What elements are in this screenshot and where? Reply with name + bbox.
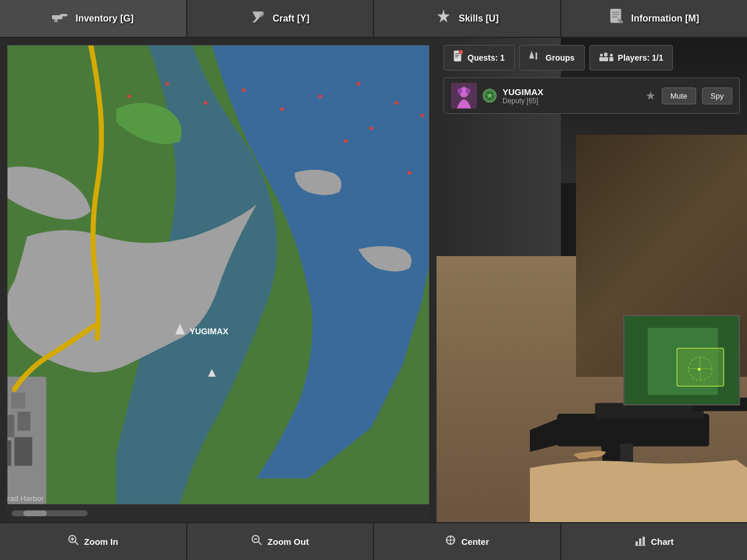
player-info: YUGIMAX Deputy [65] [502,87,640,105]
svg-text:YUGIMAX: YUGIMAX [190,327,229,336]
center-label: Center [461,537,489,547]
svg-rect-42 [455,55,459,56]
svg-rect-11 [8,390,8,409]
svg-rect-41 [455,53,459,54]
toolbar: Inventory [G] Craft [Y] Skills [U] [0,0,747,38]
zoom-in-icon [68,534,79,549]
players-icon [599,51,613,64]
zoom-in-label: Zoom In [84,537,118,547]
svg-rect-13 [8,415,15,437]
center-icon [445,534,456,549]
svg-rect-14 [18,412,30,431]
tab-row: ! Quests: 1 Groups [444,45,740,71]
svg-point-24 [395,101,399,105]
svg-point-25 [369,127,374,131]
zoom-out-label: Zoom Out [267,537,309,547]
svg-point-18 [165,82,169,86]
svg-marker-4 [438,10,449,22]
player-row: YUGIMAX Deputy [65] ★ Mute Spy [444,78,740,114]
svg-rect-52 [610,54,613,57]
player-avatar [451,83,477,108]
main-area: YUGIMAX grad Harbor Vladimir Fa... [0,38,747,522]
svg-point-29 [407,171,411,175]
svg-point-23 [357,82,361,86]
svg-point-21 [280,107,284,111]
groups-label: Groups [546,53,575,62]
craft-label: Craft [Y] [273,13,309,24]
svg-point-17 [127,94,131,99]
groups-tab[interactable]: Groups [519,45,585,71]
svg-rect-65 [677,348,724,386]
svg-rect-81 [639,538,641,545]
svg-rect-2 [54,19,58,22]
quests-tab[interactable]: ! Quests: 1 [444,45,515,71]
minimap [623,315,740,405]
center-button[interactable]: Center [374,523,561,560]
svg-rect-43 [455,57,458,58]
svg-rect-12 [11,393,25,408]
svg-rect-15 [8,440,11,466]
svg-rect-3 [66,15,68,16]
svg-rect-82 [643,537,645,545]
svg-point-56 [458,88,462,94]
zoom-out-button[interactable]: Zoom Out [187,523,375,560]
player-name: YUGIMAX [502,87,640,97]
craft-icon [250,9,266,28]
svg-line-68 [75,542,79,545]
svg-point-19 [204,101,208,105]
svg-rect-80 [636,541,638,545]
groups-icon [529,51,541,64]
skills-label: Skills [U] [459,13,498,24]
information-button[interactable]: Information [M] [561,0,748,37]
svg-point-27 [420,114,424,118]
craft-button[interactable]: Craft [Y] [187,0,375,37]
game-view: ! Quests: 1 Groups [437,38,747,522]
information-icon [609,9,624,29]
players-label: Players: 1/1 [618,53,664,62]
player-rank: Deputy [65] [502,97,640,105]
zoom-out-icon [251,534,263,549]
svg-text:grad Harbor: grad Harbor [8,494,44,503]
svg-line-72 [259,542,262,545]
chart-button[interactable]: Chart [561,523,748,560]
svg-point-26 [344,139,348,143]
map-panel: YUGIMAX grad Harbor Vladimir Fa... [0,38,437,522]
svg-rect-16 [15,437,33,466]
skills-button[interactable]: Skills [U] [374,0,561,37]
quests-icon: ! [453,50,463,65]
svg-point-57 [466,88,470,94]
svg-rect-53 [609,57,613,61]
map-scrollbar[interactable] [12,510,88,516]
gun-icon [52,10,68,27]
information-label: Information [M] [631,13,699,24]
svg-rect-51 [603,57,608,61]
spy-button[interactable]: Spy [702,88,732,104]
players-tab[interactable]: Players: 1/1 [589,45,673,71]
svg-point-20 [242,88,246,92]
map-container[interactable]: YUGIMAX grad Harbor Vladimir Fa... [7,45,430,505]
chart-icon [634,534,646,549]
inventory-label: Inventory [G] [75,13,134,24]
bottom-controls: Zoom In Zoom Out Center [0,522,747,560]
svg-rect-48 [600,54,603,57]
svg-point-79 [449,539,452,541]
right-panel: ! Quests: 1 Groups [437,38,747,121]
inventory-button[interactable]: Inventory [G] [0,0,187,37]
zoom-in-button[interactable]: Zoom In [0,523,187,560]
chart-label: Chart [651,537,673,547]
svg-rect-50 [604,52,608,57]
svg-marker-46 [529,51,534,58]
svg-rect-49 [599,57,603,61]
svg-point-22 [318,94,322,99]
player-star-button[interactable]: ★ [645,89,656,103]
player-badge [483,89,497,103]
skills-icon [435,9,452,29]
mute-button[interactable]: Mute [662,88,696,104]
quests-label: Quests: 1 [467,53,505,62]
map-scrollbar-thumb[interactable] [23,510,47,516]
map-scrollbar-area [7,505,430,522]
